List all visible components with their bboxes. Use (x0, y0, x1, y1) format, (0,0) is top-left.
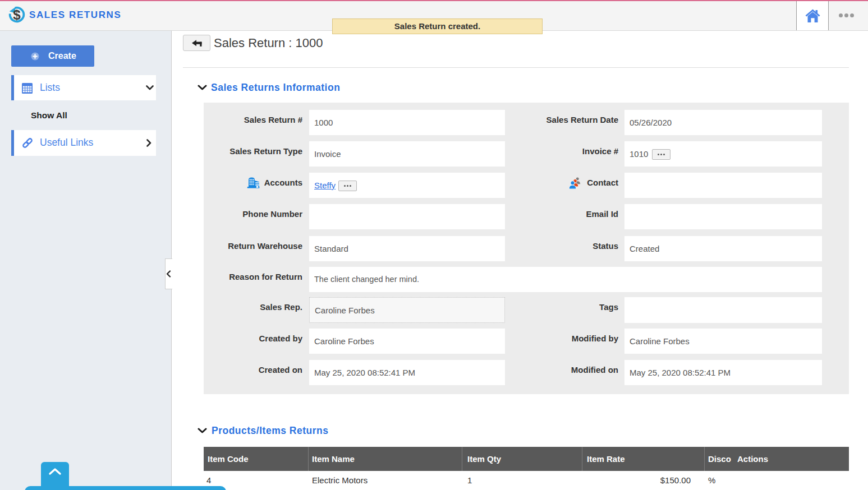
svg-text:$: $ (13, 7, 21, 22)
